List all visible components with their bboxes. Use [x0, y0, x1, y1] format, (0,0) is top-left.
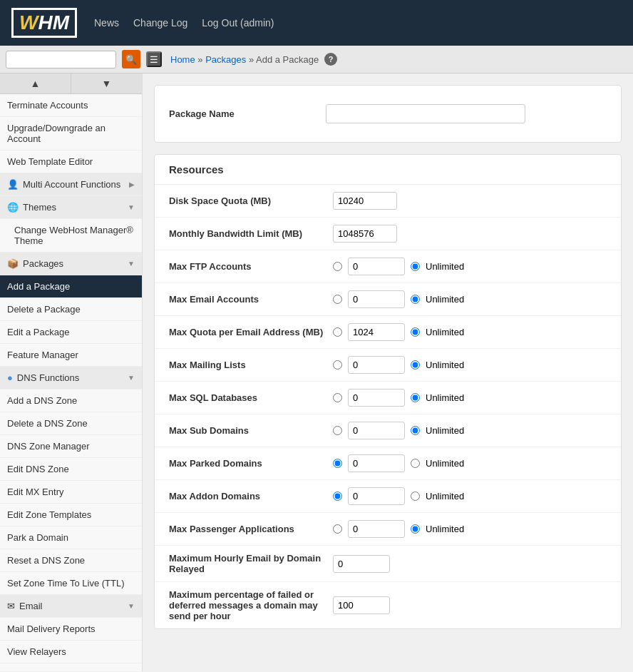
quota-email-radio-value[interactable]: [333, 327, 342, 337]
mailing-lists-radio-unlimited[interactable]: [411, 360, 420, 370]
email-chevron: ▼: [128, 602, 135, 610]
main-layout: ▲ ▼ Terminate Accounts Upgrade/Downgrade…: [0, 73, 633, 671]
sidebar-item-edit-zone-templates[interactable]: Edit Zone Templates: [0, 504, 142, 526]
sidebar-item-view-relayers[interactable]: View Relayers: [0, 641, 142, 663]
resource-row-bandwidth: Monthly Bandwidth Limit (MB): [155, 218, 621, 250]
scroll-up-button[interactable]: ▲: [0, 73, 71, 93]
nav-changelog[interactable]: Change Log: [133, 17, 187, 29]
nav-logout[interactable]: Log Out (admin): [202, 17, 274, 29]
email-radio-value[interactable]: [333, 295, 342, 304]
sidebar-item-dns-zone-manager[interactable]: DNS Zone Manager: [0, 435, 142, 458]
email-value-input[interactable]: [348, 290, 405, 308]
sql-radio-value[interactable]: [333, 393, 342, 402]
sidebar-item-themes[interactable]: 🌐 Themes ▼: [0, 196, 142, 219]
parked-radio-value[interactable]: [333, 459, 342, 468]
sidebar-item-park-a-domain[interactable]: Park a Domain: [0, 526, 142, 549]
sidebar-item-delete-dns-zone[interactable]: Delete a DNS Zone: [0, 412, 142, 435]
disk-space-input[interactable]: [333, 192, 397, 210]
package-name-row: Package Name: [169, 97, 607, 131]
bandwidth-input[interactable]: [333, 225, 397, 243]
sidebar-item-packages[interactable]: 📦 Packages ▼: [0, 253, 142, 275]
email-radio-unlimited[interactable]: [411, 295, 420, 304]
resource-row-parked-domains: Max Parked Domains Unlimited: [155, 447, 621, 480]
sub-domains-label: Max Sub Domains: [169, 425, 333, 436]
ftp-controls: Unlimited: [333, 258, 464, 275]
sidebar-item-terminate-accounts[interactable]: Terminate Accounts: [0, 94, 142, 117]
themes-chevron: ▼: [128, 203, 135, 211]
parked-radio-unlimited[interactable]: [411, 459, 420, 468]
mailing-lists-radio-value[interactable]: [333, 360, 342, 370]
sidebar-item-edit-dns-zone[interactable]: Edit DNS Zone: [0, 458, 142, 481]
passenger-radio-value[interactable]: [333, 524, 342, 534]
sub-domains-radio-unlimited[interactable]: [411, 426, 420, 435]
package-name-input[interactable]: [326, 104, 525, 123]
breadcrumb-home[interactable]: Home: [170, 54, 195, 65]
parked-value-input[interactable]: [348, 454, 405, 472]
resources-title: Resources: [169, 163, 607, 175]
menu-toggle-button[interactable]: ☰: [146, 51, 162, 67]
disk-space-label: Disk Space Quota (MB): [169, 195, 333, 206]
sidebar-item-upgrade-downgrade[interactable]: Upgrade/Downgrade an Account: [0, 117, 142, 151]
sidebar-item-reset-dns-zone[interactable]: Reset a DNS Zone: [0, 549, 142, 572]
sidebar-scroll-controls: ▲ ▼: [0, 73, 142, 94]
sql-radio-unlimited[interactable]: [411, 393, 420, 402]
resource-row-sub-domains: Max Sub Domains Unlimited: [155, 414, 621, 447]
sql-label: Max SQL Databases: [169, 392, 333, 403]
ftp-unlimited-label: Unlimited: [426, 261, 464, 272]
addon-radio-unlimited[interactable]: [411, 492, 420, 501]
sidebar-item-feature-manager[interactable]: Feature Manager: [0, 344, 142, 367]
sidebar-item-view-sent-summary[interactable]: View Sent Summary: [0, 663, 142, 671]
passenger-label: Max Passenger Applications: [169, 524, 333, 534]
package-name-body: Package Name: [155, 86, 621, 142]
hourly-email-controls: [333, 555, 390, 573]
sub-domains-controls: Unlimited: [333, 422, 464, 439]
addon-radio-value[interactable]: [333, 492, 342, 501]
sub-domains-radio-value[interactable]: [333, 426, 342, 435]
mailing-lists-value-input[interactable]: [348, 356, 405, 374]
sidebar-item-set-zone-ttl[interactable]: Set Zone Time To Live (TTL): [0, 572, 142, 595]
sidebar-item-change-webhost-theme[interactable]: Change WebHost Manager® Theme: [0, 219, 142, 253]
email-icon: ✉: [7, 601, 15, 611]
resources-header: Resources: [155, 155, 621, 185]
sidebar-item-add-dns-zone[interactable]: Add a DNS Zone: [0, 390, 142, 412]
breadcrumb-packages[interactable]: Packages: [205, 54, 246, 65]
quota-email-value-input[interactable]: [348, 323, 405, 341]
resource-row-ftp: Max FTP Accounts Unlimited: [155, 250, 621, 283]
sub-domains-value-input[interactable]: [348, 422, 405, 439]
nav-news[interactable]: News: [94, 17, 119, 29]
mailing-lists-unlimited-label: Unlimited: [426, 360, 464, 370]
dns-chevron: ▼: [128, 374, 135, 382]
sidebar-item-web-template-editor[interactable]: Web Template Editor: [0, 151, 142, 173]
hourly-email-input[interactable]: [333, 555, 390, 573]
ftp-label: Max FTP Accounts: [169, 261, 333, 272]
sidebar-item-mail-delivery-reports[interactable]: Mail Delivery Reports: [0, 618, 142, 641]
passenger-value-input[interactable]: [348, 520, 405, 538]
ftp-radio-value[interactable]: [333, 262, 342, 271]
breadcrumb-sep2: »: [249, 54, 256, 65]
help-icon[interactable]: ?: [324, 53, 337, 66]
scroll-down-button[interactable]: ▼: [71, 73, 142, 93]
sidebar-item-delete-a-package[interactable]: Delete a Package: [0, 298, 142, 321]
main-content: Package Name Resources Disk Space Quota …: [143, 73, 633, 671]
quota-email-radio-unlimited[interactable]: [411, 327, 420, 337]
sidebar-item-dns-functions[interactable]: ● DNS Functions ▼: [0, 367, 142, 390]
sidebar-item-edit-mx-entry[interactable]: Edit MX Entry: [0, 481, 142, 504]
ftp-value-input[interactable]: [348, 258, 405, 275]
addon-value-input[interactable]: [348, 487, 405, 505]
sidebar-item-email[interactable]: ✉ Email ▼: [0, 595, 142, 618]
passenger-radio-unlimited[interactable]: [411, 524, 420, 534]
addon-domains-label: Max Addon Domains: [169, 491, 333, 502]
sidebar-item-add-a-package[interactable]: Add a Package: [0, 275, 142, 298]
sql-value-input[interactable]: [348, 389, 405, 407]
passenger-controls: Unlimited: [333, 520, 464, 538]
sidebar-item-multi-account-functions[interactable]: 👤 Multi Account Functions ▶: [0, 173, 142, 196]
search-button[interactable]: 🔍: [122, 50, 140, 68]
quota-email-controls: Unlimited: [333, 323, 464, 341]
ftp-radio-unlimited[interactable]: [411, 262, 420, 271]
sidebar-item-edit-a-package[interactable]: Edit a Package: [0, 321, 142, 344]
sidebar: ▲ ▼ Terminate Accounts Upgrade/Downgrade…: [0, 73, 143, 671]
failed-email-input[interactable]: [333, 596, 390, 614]
resource-row-sql: Max SQL Databases Unlimited: [155, 382, 621, 414]
nav-links: News Change Log Log Out (admin): [94, 17, 274, 29]
search-input[interactable]: [6, 51, 116, 68]
